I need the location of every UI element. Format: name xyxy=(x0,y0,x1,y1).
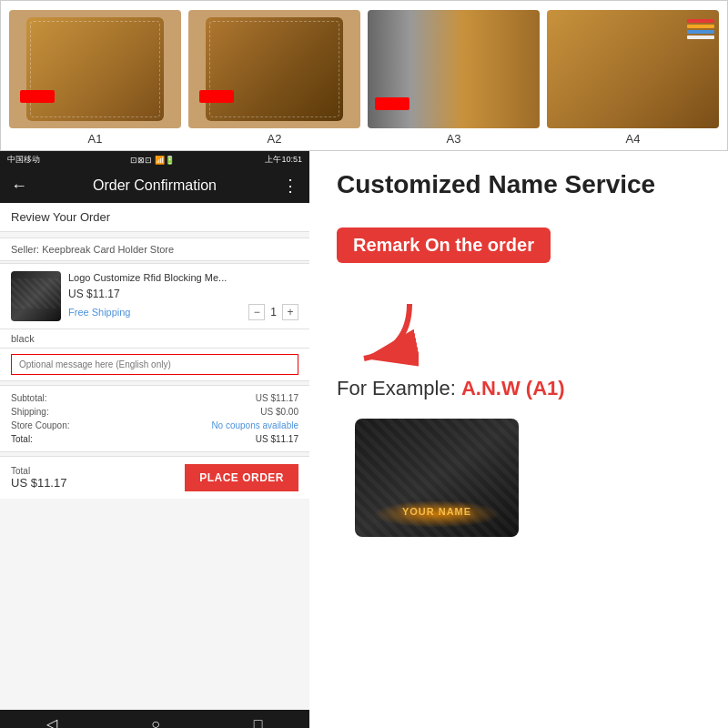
qty-value: 1 xyxy=(270,306,277,318)
subtotal-value: US $11.17 xyxy=(256,393,298,403)
subtotal-label: Subtotal: xyxy=(11,393,46,403)
carrier-text: 中国移动 xyxy=(7,154,40,166)
product-details: Logo Customize Rfid Blocking Me... US $1… xyxy=(61,271,298,320)
product-a3-container: A3 xyxy=(364,10,543,146)
shipping-row: Shipping: US $0.00 xyxy=(11,405,298,419)
back-button[interactable]: ← xyxy=(11,177,27,196)
footer-total-amount: US $11.17 xyxy=(11,476,66,490)
status-bar: 中国移动 ⊡⊠⊡ 📶🔋 上午10:51 xyxy=(0,151,309,168)
review-header: Review Your Order xyxy=(0,203,309,232)
app-header-title: Order Confirmation xyxy=(27,177,282,194)
for-example-prefix: For Example: xyxy=(337,377,461,399)
time-text: 上午10:51 xyxy=(265,154,302,166)
bottom-bar: Total US $11.17 PLACE ORDER xyxy=(0,456,309,499)
product-a3-label: A3 xyxy=(447,132,461,146)
product-a2-label: A2 xyxy=(268,132,282,146)
price-summary: Subtotal: US $11.17 Shipping: US $0.00 S… xyxy=(0,385,309,452)
your-name-text: YOUR NAME xyxy=(402,506,471,517)
more-options-button[interactable]: ⋮ xyxy=(282,176,298,196)
product-a4-container: A4 xyxy=(543,10,723,146)
for-example-text: For Example: A.N.W (A1) xyxy=(337,377,565,400)
shipping-qty-row: Free Shipping − 1 + xyxy=(68,304,298,320)
bottom-section: 中国移动 ⊡⊠⊡ 📶🔋 上午10:51 ← Order Confirmation… xyxy=(0,151,728,728)
qty-control: − 1 + xyxy=(248,304,298,320)
coupon-label: Store Coupon: xyxy=(11,420,70,430)
wallet-a1-body xyxy=(26,17,164,121)
a2-red-label xyxy=(199,90,234,103)
message-input-container[interactable] xyxy=(0,349,309,381)
remark-badge: Remark On the order xyxy=(337,228,551,263)
android-recent-button[interactable]: □ xyxy=(254,716,263,729)
coupon-row: Store Coupon: No coupons available xyxy=(11,419,298,432)
total-row: Total: US $11.17 xyxy=(11,432,298,446)
subtotal-row: Subtotal: US $11.17 xyxy=(11,391,298,405)
product-a1-container: A1 xyxy=(5,10,185,146)
review-label: Review Your Order xyxy=(11,210,110,224)
total-label: Total: xyxy=(11,434,33,444)
message-input[interactable] xyxy=(11,354,298,375)
wallet-preview: YOUR NAME xyxy=(355,419,519,537)
product-images-section: A1 A2 A3 A4 xyxy=(0,0,728,151)
product-a1-label: A1 xyxy=(88,132,103,146)
for-example-highlight: A.N.W (A1) xyxy=(461,377,565,399)
wallet-a2-body xyxy=(206,17,343,121)
qty-increase-button[interactable]: + xyxy=(282,304,298,320)
instructions-panel: Customized Name Service Remark On the or… xyxy=(309,151,728,728)
remark-section: Remark On the order xyxy=(337,228,551,277)
status-icons: ⊡⊠⊡ 📶🔋 xyxy=(130,156,175,165)
product-thumbnail xyxy=(11,271,61,321)
product-a4-image xyxy=(547,10,719,128)
android-nav-bar: ◁ ○ □ xyxy=(0,710,309,728)
qty-decrease-button[interactable]: − xyxy=(248,304,265,320)
product-a2-image xyxy=(188,10,360,128)
a1-red-label xyxy=(20,90,55,103)
product-price: US $11.17 xyxy=(68,288,298,300)
product-row: Logo Customize Rfid Blocking Me... US $1… xyxy=(0,263,309,329)
footer-total-label: Total xyxy=(11,466,66,476)
seller-label: Seller: Keepbreak Card Holder Store xyxy=(11,244,174,255)
footer-total-area: Total US $11.17 xyxy=(11,466,66,490)
android-back-button[interactable]: ◁ xyxy=(46,715,57,728)
color-variant: black xyxy=(0,329,309,349)
android-home-button[interactable]: ○ xyxy=(151,716,160,729)
product-a2-container: A2 xyxy=(185,10,364,146)
order-content: Review Your Order Seller: Keepbreak Card… xyxy=(0,203,309,710)
seller-info: Seller: Keepbreak Card Holder Store xyxy=(0,238,309,261)
product-a4-label: A4 xyxy=(626,132,641,146)
phone-mockup: 中国移动 ⊡⊠⊡ 📶🔋 上午10:51 ← Order Confirmation… xyxy=(0,151,309,728)
shipping-label: Shipping: xyxy=(11,407,49,417)
place-order-button[interactable]: PLACE ORDER xyxy=(185,464,298,491)
product-name: Logo Customize Rfid Blocking Me... xyxy=(68,271,298,284)
arrow-section xyxy=(346,295,419,368)
shipping-value: US $0.00 xyxy=(260,407,298,417)
total-value: US $11.17 xyxy=(256,434,298,444)
color-label: black xyxy=(11,333,35,344)
a3-red-label xyxy=(375,97,410,110)
app-header: ← Order Confirmation ⋮ xyxy=(0,168,309,203)
coupon-value[interactable]: No coupons available xyxy=(211,420,298,430)
product-a3-image xyxy=(368,10,540,128)
arrow-icon xyxy=(346,295,419,368)
customize-title: Customized Name Service xyxy=(337,169,655,200)
free-shipping-label: Free Shipping xyxy=(68,307,131,318)
product-a1-image xyxy=(9,10,181,128)
